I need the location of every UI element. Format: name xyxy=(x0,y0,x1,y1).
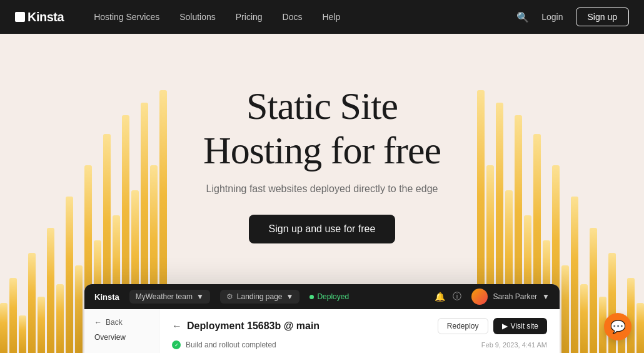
logo-square xyxy=(15,12,25,22)
visit-site-button[interactable]: ▶ Visit site xyxy=(493,318,547,334)
deploy-actions: Redeploy ▶ Visit site xyxy=(438,318,547,334)
help-icon[interactable]: ⓘ xyxy=(453,291,461,302)
hero-content: Static Site Hosting for free Lightning f… xyxy=(203,84,441,243)
bar-right-0 xyxy=(636,303,644,353)
logo-text: Kinsta xyxy=(28,10,64,24)
back-label: Back xyxy=(106,318,123,327)
user-name: Sarah Parker xyxy=(493,292,537,301)
bar-right-7 xyxy=(571,197,578,353)
nav-solutions[interactable]: Solutions xyxy=(179,12,216,22)
search-icon[interactable]: 🔍 xyxy=(516,11,529,23)
team-name: MyWeather team xyxy=(136,292,193,301)
hero-title-line1: Static Site xyxy=(246,84,398,127)
page-selector[interactable]: ⚙ Landing page ▼ xyxy=(220,290,300,304)
dashboard-preview: Kinsta MyWeather team ▼ ⚙ Landing page ▼… xyxy=(84,284,560,353)
signup-button[interactable]: Sign up xyxy=(576,8,629,26)
team-chevron-icon: ▼ xyxy=(196,292,204,301)
user-avatar xyxy=(471,289,488,305)
build-info: Build and rollout completed Feb 9, 2023,… xyxy=(172,340,547,349)
build-date: Feb 9, 2023, 4:41 AM xyxy=(481,341,547,349)
nav-links: Hosting Services Solutions Pricing Docs … xyxy=(94,12,516,22)
bar-left-3 xyxy=(28,253,36,353)
bar-left-0 xyxy=(0,303,8,353)
bar-left-6 xyxy=(56,284,64,353)
hero-section: Static Site Hosting for free Lightning f… xyxy=(0,34,644,353)
dashboard-icons: 🔔 ⓘ xyxy=(435,291,461,302)
page-icon: ⚙ xyxy=(226,292,233,301)
back-arrow-icon: ← xyxy=(94,318,102,327)
bar-right-5 xyxy=(590,228,597,353)
hero-title-line2: Hosting for free xyxy=(203,129,441,171)
bar-right-6 xyxy=(580,284,588,353)
dashboard-sidebar: ← Back Overview xyxy=(84,309,159,353)
bell-icon[interactable]: 🔔 xyxy=(435,292,445,302)
nav-right: 🔍 Login Sign up xyxy=(516,8,629,26)
visit-icon: ▶ xyxy=(502,322,508,330)
deploy-title: ← Deployment 15683b @ main xyxy=(172,320,319,332)
back-button[interactable]: ← Back xyxy=(94,318,149,327)
deploy-status-badge: Deployed xyxy=(309,292,349,301)
dashboard-body: ← Back Overview ← Deployment 15683b @ ma… xyxy=(84,309,560,353)
user-area[interactable]: Sarah Parker ▼ xyxy=(471,289,550,305)
hero-cta-button[interactable]: Sign up and use for free xyxy=(249,215,396,243)
bar-left-4 xyxy=(38,297,45,353)
overview-link[interactable]: Overview xyxy=(94,333,149,342)
bar-left-2 xyxy=(19,315,26,353)
dashboard-main: ← Deployment 15683b @ main Redeploy ▶ Vi… xyxy=(159,309,560,353)
logo[interactable]: Kinsta xyxy=(15,10,64,24)
redeploy-button[interactable]: Redeploy xyxy=(438,318,488,334)
bar-left-5 xyxy=(47,228,54,353)
hero-subtitle: Lightning fast websites deployed directl… xyxy=(206,183,438,195)
nav-pricing[interactable]: Pricing xyxy=(236,12,263,22)
bar-right-1 xyxy=(627,278,635,353)
nav-hosting-services[interactable]: Hosting Services xyxy=(94,12,159,22)
nav-docs[interactable]: Docs xyxy=(283,12,303,22)
dashboard-topbar: Kinsta MyWeather team ▼ ⚙ Landing page ▼… xyxy=(84,284,560,309)
status-text: Deployed xyxy=(317,292,349,301)
deploy-header: ← Deployment 15683b @ main Redeploy ▶ Vi… xyxy=(172,318,547,334)
deploy-title-text: Deployment 15683b @ main xyxy=(187,320,319,332)
bar-left-1 xyxy=(9,278,17,353)
user-chevron-icon: ▼ xyxy=(542,292,550,301)
nav-help[interactable]: Help xyxy=(322,12,340,22)
dashboard-logo: Kinsta xyxy=(94,292,119,302)
chat-widget[interactable]: 💬 xyxy=(604,313,631,340)
login-link[interactable]: Login xyxy=(541,12,563,22)
build-success-icon xyxy=(172,340,181,349)
visit-label: Visit site xyxy=(511,322,538,330)
team-selector[interactable]: MyWeather team ▼ xyxy=(129,290,210,304)
page-name: Landing page xyxy=(237,292,283,301)
bar-left-7 xyxy=(66,197,73,353)
page-chevron-icon: ▼ xyxy=(286,292,294,301)
hero-title: Static Site Hosting for free xyxy=(203,84,441,173)
deploy-arrow-icon: ← xyxy=(172,320,182,332)
build-text: Build and rollout completed xyxy=(186,340,276,349)
status-dot xyxy=(309,295,314,299)
navigation: Kinsta Hosting Services Solutions Pricin… xyxy=(0,0,644,34)
bar-right-8 xyxy=(561,265,569,353)
bar-left-8 xyxy=(75,265,83,353)
chat-icon: 💬 xyxy=(610,319,626,334)
